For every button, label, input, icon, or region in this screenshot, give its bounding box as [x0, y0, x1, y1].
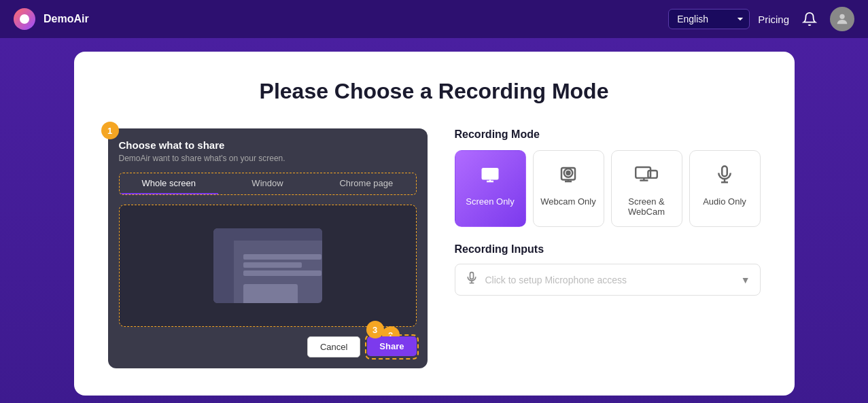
microphone-select[interactable]: Click to setup Microphone access ▼	[455, 264, 761, 296]
tab-window[interactable]: Window	[218, 173, 317, 194]
main-card: Please Choose a Recording Mode 1 Choose …	[74, 52, 795, 396]
share-dialog: 1 Choose what to share DemoAir want to s…	[108, 128, 428, 368]
svg-rect-1	[482, 168, 499, 180]
user-icon	[835, 12, 850, 27]
mode-label-webcam-only: Webcam Only	[540, 196, 595, 207]
screen-only-icon	[480, 164, 500, 190]
mode-card-audio-only[interactable]: Audio Only	[689, 150, 761, 227]
mode-card-screen-only[interactable]: Screen Only	[455, 150, 526, 227]
main-background: Please Choose a Recording Mode 1 Choose …	[0, 38, 868, 403]
preview-block	[243, 284, 298, 303]
pricing-link[interactable]: Pricing	[758, 14, 789, 25]
language-select[interactable]: English Español Français Deutsch 日本語	[668, 9, 750, 29]
svg-point-0	[839, 14, 844, 19]
cancel-button[interactable]: Cancel	[307, 336, 360, 357]
share-tabs: Whole screen Window Chrome page	[119, 173, 417, 195]
svg-point-3	[567, 171, 570, 175]
mode-label-screen-webcam: Screen & WebCam	[619, 196, 675, 217]
recording-mode-label: Recording Mode	[455, 128, 761, 141]
step-badge-1: 1	[101, 122, 119, 139]
audio-only-icon	[714, 164, 735, 190]
dialog-actions: Cancel Share 3	[119, 336, 417, 357]
svg-rect-6	[648, 171, 657, 178]
share-dialog-title: Choose what to share	[119, 139, 417, 151]
mode-card-webcam-only[interactable]: Webcam Only	[533, 150, 604, 227]
microphone-icon	[465, 271, 479, 288]
mode-label-audio-only: Audio Only	[703, 196, 746, 207]
preview-line-1	[243, 254, 322, 260]
notification-button[interactable]	[797, 7, 822, 31]
recording-panel: Recording Mode Screen Only	[455, 128, 761, 296]
svg-rect-10	[470, 273, 473, 279]
preview-screen-bar	[213, 228, 322, 241]
preview-area: 2	[119, 205, 417, 327]
recording-inputs-label: Recording Inputs	[455, 243, 761, 256]
app-name: DemoAir	[44, 13, 89, 25]
page-title: Please Choose a Recording Mode	[108, 79, 761, 104]
header: DemoAir English Español Français Deutsch…	[0, 0, 868, 38]
step-badge-3: 3	[366, 321, 384, 338]
share-button-wrap: Share 3	[367, 336, 416, 357]
mode-card-screen-webcam[interactable]: Screen & WebCam	[611, 150, 682, 227]
chevron-down-icon: ▼	[741, 275, 750, 285]
svg-rect-7	[722, 167, 727, 177]
logo-icon	[14, 8, 35, 30]
preview-line-2	[243, 262, 302, 268]
preview-sidebar	[213, 241, 234, 303]
mode-label-screen-only: Screen Only	[466, 196, 515, 207]
tab-chrome-page[interactable]: Chrome page	[317, 173, 415, 194]
webcam-only-icon	[558, 164, 578, 190]
screen-webcam-icon	[635, 164, 658, 190]
bell-icon	[802, 12, 817, 27]
share-dialog-subtitle: DemoAir want to share what's on your scr…	[119, 154, 417, 163]
microphone-placeholder: Click to setup Microphone access	[485, 275, 734, 285]
content-row: 1 Choose what to share DemoAir want to s…	[108, 128, 761, 368]
mode-grid: Screen Only Webcam Only	[455, 150, 761, 227]
preview-screen	[213, 228, 322, 303]
preview-line-3	[243, 270, 322, 276]
tab-whole-screen[interactable]: Whole screen	[120, 173, 218, 194]
avatar[interactable]	[830, 7, 854, 31]
